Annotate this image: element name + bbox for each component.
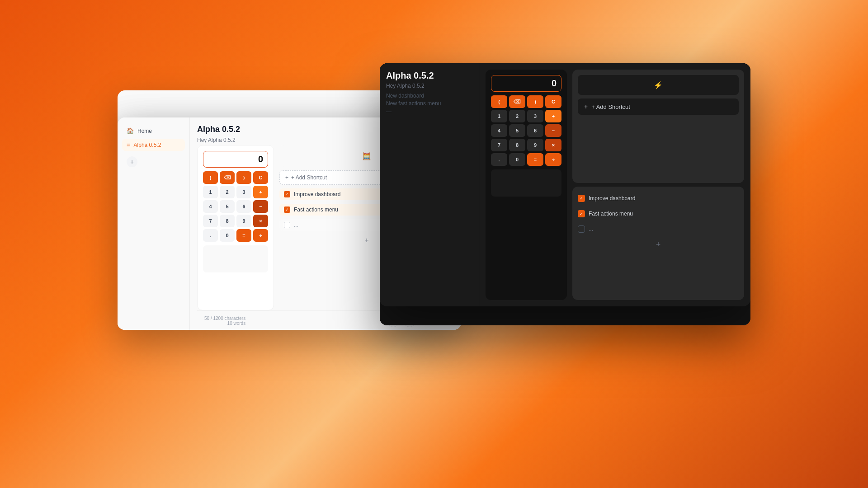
dark-shortcuts-header: ⚡ xyxy=(578,75,739,95)
add-shortcut-label: + Add Shortcut xyxy=(291,174,327,181)
calc-btn-dot[interactable]: . xyxy=(203,229,218,242)
dark-shortcut-check-2[interactable] xyxy=(578,225,585,233)
calc-btn-1[interactable]: 1 xyxy=(203,186,218,198)
home-icon: 🏠 xyxy=(127,127,134,134)
dark-calc-btn-3[interactable]: 3 xyxy=(527,110,543,122)
sidebar-alpha-label: Alpha 0.5.2 xyxy=(134,142,161,148)
windows-container: M 📄 🕐 ≡ ▦ ✏️ ⬜ 📄 ↗ 🎵 📺 📅 🔗 ✂ 💬 Modul AI … xyxy=(118,63,750,425)
light-shortcut-label-2: ... xyxy=(294,222,298,228)
dark-shortcut-main-panel: ⚡ + + Add Shortcut xyxy=(572,70,744,183)
light-shortcut-check-0[interactable]: ✓ xyxy=(284,191,290,197)
dark-page-subtitle: Hey Alpha 0.5.2 xyxy=(386,83,472,89)
dark-calc-btn-8[interactable]: 8 xyxy=(509,139,525,151)
light-char-count: 50 / 1200 characters 10 words xyxy=(204,316,245,326)
light-calc-display: 0 xyxy=(203,151,268,168)
dark-sidebar: Alpha 0.5.2 Hey Alpha 0.5.2 New dashboar… xyxy=(380,63,479,306)
calc-btn-3[interactable]: 3 xyxy=(236,186,251,198)
dark-calc-btn-2[interactable]: 2 xyxy=(509,110,525,122)
dark-calculator-icon: ⚡ xyxy=(654,81,663,89)
calc-btn-8[interactable]: 8 xyxy=(220,215,235,227)
dark-shortcut-label-2: ... xyxy=(589,226,593,232)
calc-btn-6[interactable]: 6 xyxy=(236,200,251,213)
dark-item-new-fast-actions: New fast actions menu xyxy=(386,100,472,107)
dark-calc-btn-1[interactable]: 1 xyxy=(491,110,507,122)
dark-main: 0 ( ⌫ ) C 1 2 3 + 4 5 6 − 7 xyxy=(479,63,750,306)
dark-calc-panel: 0 ( ⌫ ) C 1 2 3 + 4 5 6 − 7 xyxy=(486,70,567,300)
calc-btn-0[interactable]: 0 xyxy=(220,229,235,242)
dark-shortcut-item-2[interactable]: ... xyxy=(578,223,739,235)
dark-calc-btn-9[interactable]: 9 xyxy=(527,139,543,151)
dark-calc-btn-multiply[interactable]: × xyxy=(545,139,561,151)
calc-btn-plus[interactable]: + xyxy=(253,186,268,198)
calc-btn-clear[interactable]: C xyxy=(253,171,268,184)
dark-shortcuts-list-panel: ✓ Improve dashboard ✓ Fast actions menu … xyxy=(572,187,744,300)
calc-btn-multiply[interactable]: × xyxy=(253,215,268,227)
calc-btn-paren-close[interactable]: ) xyxy=(236,171,251,184)
dark-calc-btn-divide[interactable]: ÷ xyxy=(545,153,561,166)
light-shortcut-label-1: Fast actions menu xyxy=(294,206,338,213)
dark-calc-btn-minus[interactable]: − xyxy=(545,124,561,137)
dark-add-shortcut-btn[interactable]: + + Add Shortcut xyxy=(578,99,739,115)
dark-calc-btn-backspace[interactable]: ⌫ xyxy=(509,95,525,108)
dark-calc-btn-clear[interactable]: C xyxy=(545,95,561,108)
dark-calc-btn-dot[interactable]: . xyxy=(491,153,507,166)
dark-shortcuts-panel: ⚡ + + Add Shortcut ✓ Improve dashboard xyxy=(572,70,744,300)
dark-shortcut-check-1[interactable]: ✓ xyxy=(578,210,585,217)
dark-shortcut-label-1: Fast actions menu xyxy=(589,211,633,217)
calc-btn-7[interactable]: 7 xyxy=(203,215,218,227)
dark-content: Alpha 0.5.2 Hey Alpha 0.5.2 New dashboar… xyxy=(380,63,750,306)
dark-shortcut-item-0[interactable]: ✓ Improve dashboard xyxy=(578,192,739,205)
dark-page-title: Alpha 0.5.2 xyxy=(386,70,472,81)
dark-calc-btn-4[interactable]: 4 xyxy=(491,124,507,137)
calc-btn-divide[interactable]: ÷ xyxy=(253,229,268,242)
dark-dots: — xyxy=(386,108,472,115)
dark-calc-btn-equals[interactable]: = xyxy=(527,153,543,166)
dark-calc-btn-plus[interactable]: + xyxy=(545,110,561,122)
calc-btn-equals[interactable]: = xyxy=(236,229,251,242)
light-calc-grid: ( ⌫ ) C 1 2 3 + 4 5 6 − 7 xyxy=(203,171,268,242)
dark-shortcut-label-0: Improve dashboard xyxy=(589,195,635,202)
plus-icon: + xyxy=(285,174,288,181)
dark-page-items: New dashboard New fast actions menu — xyxy=(386,93,472,115)
dark-add-shortcut-label: + Add Shortcut xyxy=(591,103,630,110)
calc-btn-9[interactable]: 9 xyxy=(236,215,251,227)
light-sidebar: 🏠 Home ≡ Alpha 0.5.2 + xyxy=(118,117,190,330)
sidebar-item-alpha[interactable]: ≡ Alpha 0.5.2 xyxy=(122,139,185,151)
dark-calc-grid: ( ⌫ ) C 1 2 3 + 4 5 6 − 7 8 9 xyxy=(491,95,561,166)
light-page-title: Alpha 0.5.2 xyxy=(197,125,240,134)
dark-calc-btn-5[interactable]: 5 xyxy=(509,124,525,137)
calc-btn-5[interactable]: 5 xyxy=(220,200,235,213)
calc-btn-2[interactable]: 2 xyxy=(220,186,235,198)
dark-calc-display: 0 xyxy=(491,75,561,92)
dark-calc-btn-0[interactable]: 0 xyxy=(509,153,525,166)
dark-calc-btn-paren-close[interactable]: ) xyxy=(527,95,543,108)
calc-btn-backspace[interactable]: ⌫ xyxy=(220,171,235,184)
dark-item-new-dashboard: New dashboard xyxy=(386,93,472,99)
dark-calc-btn-6[interactable]: 6 xyxy=(527,124,543,137)
calc-btn-4[interactable]: 4 xyxy=(203,200,218,213)
alpha-icon: ≡ xyxy=(127,141,130,148)
dark-shortcut-check-0[interactable]: ✓ xyxy=(578,195,585,202)
calc-btn-minus[interactable]: − xyxy=(253,200,268,213)
dark-calc-btn-paren-open[interactable]: ( xyxy=(491,95,507,108)
dark-shortcut-item-1[interactable]: ✓ Fast actions menu xyxy=(578,207,739,220)
calculator-icon: 🧮 xyxy=(362,152,371,160)
dark-plus-icon: + xyxy=(584,103,588,110)
dark-shortcut-add-btn[interactable]: + xyxy=(578,238,739,251)
sidebar-item-home[interactable]: 🏠 Home xyxy=(122,125,185,137)
light-calc-extra xyxy=(203,245,268,272)
sidebar-add-button[interactable]: + xyxy=(127,156,137,167)
light-shortcut-check-2[interactable] xyxy=(284,222,290,228)
light-shortcut-check-1[interactable]: ✓ xyxy=(284,206,290,213)
light-calc-panel: 0 ( ⌫ ) C 1 2 3 + 4 5 6 xyxy=(197,145,274,310)
sidebar-home-label: Home xyxy=(137,128,152,134)
dark-calc-extra xyxy=(491,169,561,197)
light-shortcut-label-0: Improve dashboard xyxy=(294,191,340,197)
dark-calc-btn-7[interactable]: 7 xyxy=(491,139,507,151)
calc-btn-paren-open[interactable]: ( xyxy=(203,171,218,184)
dark-window: M 📄 🕐 ≡ ▦ ✏️ ⬜ 📄 ↗ 🎵 📺 📅 🔗 ✂ 💬 Modul AI … xyxy=(380,63,750,325)
